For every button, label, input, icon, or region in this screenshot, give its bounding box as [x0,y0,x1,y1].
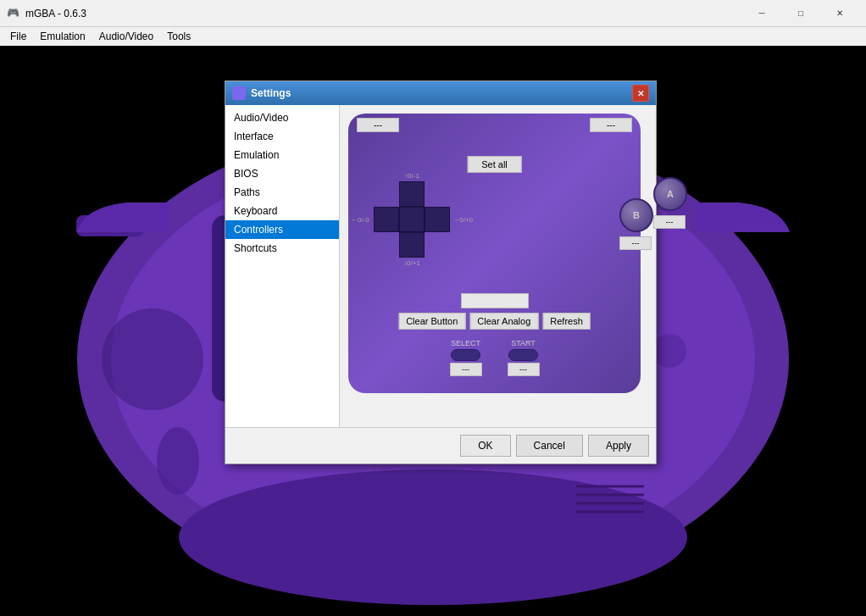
close-button[interactable]: ✕ [820,0,859,27]
b-button-label: B [633,210,640,220]
menu-tools[interactable]: Tools [160,29,197,44]
dialog-footer: OK Cancel Apply [225,427,656,463]
select-oval[interactable] [451,349,480,361]
ok-button[interactable]: OK [460,435,510,457]
app-icon: 🎮 [7,7,20,20]
dialog-titlebar: Settings ✕ [225,81,656,105]
dpad-down-label: ↓0/+1 [403,259,420,267]
sidebar-item-bios[interactable]: BIOS [225,164,339,183]
shoulder-right-area: --- [590,118,632,132]
dpad: ↑0/-1 ←0/-0 →0/+0 ↓0/+1 [374,181,450,258]
dpad-center [399,207,425,232]
dpad-right-label: →0/+0 [452,216,473,224]
select-field[interactable]: --- [450,363,482,376]
dpad-right[interactable]: →0/+0 [425,207,450,232]
select-start-container: SELECT --- START --- [450,339,540,376]
menu-emulation[interactable]: Emulation [33,29,92,44]
apply-button[interactable]: Apply [588,435,649,457]
b-button[interactable]: B [619,198,653,232]
titlebar: 🎮 mGBA - 0.6.3 ─ □ ✕ [0,0,866,27]
a-button[interactable]: A [653,177,687,211]
sidebar-item-controllers[interactable]: Controllers [225,220,339,239]
dialog-title: Settings [251,87,632,99]
sidebar-item-emulation[interactable]: Emulation [225,146,339,164]
svg-point-13 [157,427,199,495]
set-all-button[interactable]: Set all [467,156,522,173]
action-buttons: Clear Button Clear Analog Refresh [398,313,591,330]
clear-button-btn[interactable]: Clear Button [398,313,465,330]
b-button-field[interactable]: --- [619,236,652,250]
cancel-button[interactable]: Cancel [516,435,583,457]
dpad-left-label: ←0/-0 [351,216,369,224]
menu-audio-video[interactable]: Audio/Video [92,29,161,44]
shoulder-left-button[interactable]: --- [357,118,399,132]
sidebar-item-keyboard[interactable]: Keyboard [225,202,339,220]
select-area: SELECT --- [450,339,482,376]
sidebar-item-audio-video[interactable]: Audio/Video [225,108,339,127]
app-title: mGBA - 0.6.3 [25,8,742,19]
sidebar-item-interface[interactable]: Interface [225,127,339,146]
start-area: START --- [508,339,540,376]
dpad-up-label: ↑0/-1 [404,172,419,180]
start-oval[interactable] [508,349,538,361]
a-button-label: A [667,189,674,199]
sidebar-item-shortcuts[interactable]: Shortcuts [225,239,339,258]
settings-dialog: Settings ✕ Audio/Video Interface Emulati… [225,80,657,464]
controller-dropdown-container [461,293,529,308]
start-field[interactable]: --- [508,363,540,376]
menubar: File Emulation Audio/Video Tools [0,27,866,46]
dpad-left[interactable]: ←0/-0 [374,207,399,232]
minimize-button[interactable]: ─ [742,0,781,27]
dpad-container: ↑0/-1 ←0/-0 →0/+0 ↓0/+1 [374,181,450,258]
svg-point-8 [179,469,687,605]
refresh-btn[interactable]: Refresh [542,313,591,330]
svg-point-5 [102,308,203,410]
controller-panel: --- --- Set all ↑0/-1 ←0/-0 [348,114,641,393]
maximize-button[interactable]: □ [781,0,820,27]
controller-dropdown[interactable] [461,293,529,308]
menu-file[interactable]: File [3,29,33,44]
a-button-field[interactable]: --- [653,215,686,229]
shoulder-right-button[interactable]: --- [590,118,632,132]
start-label: START [511,339,536,347]
dialog-content: Audio/Video Interface Emulation BIOS Pat… [225,105,656,427]
dialog-icon [232,86,246,100]
controller-main-panel: --- --- Set all ↑0/-1 ←0/-0 [340,105,656,427]
dpad-down[interactable]: ↓0/+1 [399,232,425,258]
settings-sidebar: Audio/Video Interface Emulation BIOS Pat… [225,105,340,427]
select-label: SELECT [451,339,480,347]
dialog-close-button[interactable]: ✕ [632,85,649,102]
dpad-up[interactable]: ↑0/-1 [399,181,425,207]
titlebar-controls: ─ □ ✕ [742,0,859,27]
shoulder-left-area: --- [357,118,399,132]
clear-analog-btn[interactable]: Clear Analog [469,313,538,330]
svg-point-7 [652,334,686,368]
sidebar-item-paths[interactable]: Paths [225,183,339,202]
